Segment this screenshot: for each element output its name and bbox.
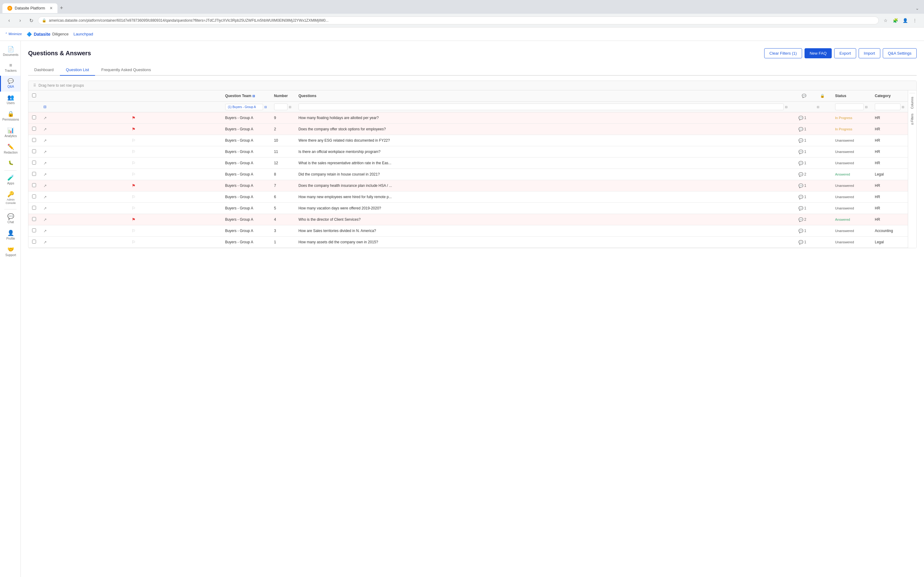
table-row: ↗ ⚐ Buyers - Group A 11 Is there an offi… [28,146,908,158]
profile-button[interactable]: 👤 [901,16,909,25]
bookmark-button[interactable]: ☆ [881,16,890,25]
sidebar-item-users[interactable]: 👥 Users [0,92,21,108]
external-link-icon[interactable]: ↗ [44,161,47,166]
sidebar-item-more[interactable]: 🐛 [0,158,21,169]
status-filter-icon[interactable]: ⊟ [865,105,867,109]
sidebar-item-redaction[interactable]: ✏️ Redaction [0,141,21,158]
sidebar-item-permissions[interactable]: 🔒 Permissions [0,108,21,124]
flag-icon[interactable]: ⚐ [132,240,136,245]
row-number: 8 [270,169,295,180]
row-checkbox-8[interactable] [32,206,36,210]
launchpad-link[interactable]: Launchpad [73,32,93,36]
minimize-button[interactable]: ⌃ Minimize [5,32,22,36]
external-link-icon[interactable]: ↗ [44,127,47,132]
lock-filter-icon[interactable]: ⊟ [817,105,819,109]
filters-panel-button[interactable]: ⊟ Filters [909,112,915,126]
tab-close-button[interactable]: × [50,6,53,11]
flag-icon[interactable]: ⚐ [132,138,136,143]
number-filter-icon[interactable]: ⊟ [289,105,291,109]
questions-filter-icon[interactable]: ⊟ [785,105,787,109]
row-link-cell: ↗ [40,180,128,192]
flag-icon[interactable]: ⚐ [132,172,136,177]
tab-question-list[interactable]: Question List [60,64,95,76]
flag-icon[interactable]: ⚐ [132,149,136,154]
extensions-button[interactable]: 🧩 [891,16,900,25]
row-checkbox-0[interactable] [32,115,36,119]
team-filter-icon[interactable]: ⊟ [252,94,255,98]
external-link-icon[interactable]: ↗ [44,116,47,120]
flag-icon[interactable]: ⚐ [132,195,136,199]
sidebar-item-qanda[interactable]: 💬 Q&A [0,76,21,92]
flag-icon[interactable]: ⚑ [132,127,136,132]
redaction-label: Redaction [4,151,18,155]
flag-icon[interactable]: ⚑ [132,183,136,188]
external-link-icon[interactable]: ↗ [44,172,47,177]
sidebar-item-trackers[interactable]: ≡ Trackers [0,60,21,76]
qa-settings-button[interactable]: Q&A Settings [883,48,917,58]
flag-icon[interactable]: ⚐ [132,161,136,166]
row-category: HR [871,124,908,135]
sidebar-item-chat[interactable]: 💬 Chat [0,211,21,227]
sidebar-item-analytics[interactable]: 📊 Analytics [0,124,21,141]
tab-dropdown[interactable]: ⌄ [913,3,922,13]
row-flag-cell: ⚐ [128,158,221,169]
address-bar[interactable]: 🔒 americas.datasite.com/platform/contain… [38,16,879,24]
tab-dashboard[interactable]: Dashboard [28,64,60,76]
back-button[interactable]: ‹ [5,16,13,25]
row-checkbox-10[interactable] [32,228,36,232]
category-filter-input[interactable] [875,103,900,110]
questions-filter-input[interactable] [299,103,784,110]
sidebar-item-support[interactable]: 🤝 Support [0,243,21,260]
new-faq-button[interactable]: New FAQ [804,48,832,58]
sidebar-item-profile[interactable]: 👤 Profile [0,227,21,243]
row-checkbox-4[interactable] [32,161,36,164]
row-checkbox-1[interactable] [32,127,36,131]
sidebar-item-documents[interactable]: 📄 Documents [0,44,21,60]
external-link-icon[interactable]: ↗ [44,218,47,222]
flag-icon[interactable]: ⚑ [132,217,136,222]
row-checkbox-9[interactable] [32,217,36,221]
external-link-icon[interactable]: ↗ [44,184,47,188]
filter-funnel-icon[interactable]: ⊟ [44,105,47,109]
external-link-icon[interactable]: ↗ [44,206,47,211]
status-badge: Answered [835,172,850,176]
row-category: HR [871,112,908,124]
external-link-icon[interactable]: ↗ [44,150,47,154]
forward-button[interactable]: › [16,16,24,25]
flag-icon[interactable]: ⚑ [132,115,136,120]
new-tab-button[interactable]: + [57,2,66,14]
menu-button[interactable]: ⋮ [911,16,919,25]
status-filter-input[interactable] [835,103,864,110]
browser-tab-active[interactable]: D Datasite Platform × [2,3,57,13]
external-link-icon[interactable]: ↗ [44,229,47,233]
row-checkbox-3[interactable] [32,149,36,153]
profile-label: Profile [6,237,15,240]
team-filter-input[interactable] [225,104,263,110]
row-checkbox-5[interactable] [32,172,36,176]
chat-count-value: 1 [804,195,806,199]
row-chat: 💬 1 [795,180,813,192]
row-checkbox-2[interactable] [32,138,36,142]
flag-icon[interactable]: ⚐ [132,206,136,211]
flag-icon[interactable]: ⚐ [132,228,136,233]
external-link-icon[interactable]: ↗ [44,240,47,245]
number-filter-input[interactable] [274,103,288,110]
sidebar-item-apps[interactable]: 🧪 Apps [0,172,21,189]
chat-count-badge: 💬 1 [798,127,809,132]
import-button[interactable]: Import [859,48,880,58]
row-checkbox-11[interactable] [32,240,36,243]
select-all-checkbox[interactable] [32,93,36,97]
clear-filters-button[interactable]: Clear Filters (1) [764,48,802,58]
tab-faq[interactable]: Frequently Asked Questions [95,64,157,76]
row-checkbox-6[interactable] [32,183,36,187]
external-link-icon[interactable]: ↗ [44,138,47,143]
external-link-icon[interactable]: ↗ [44,195,47,199]
sidebar-item-admin-console[interactable]: 🔑 Admin Console [0,189,21,208]
export-button[interactable]: Export [834,48,856,58]
reload-button[interactable]: ↻ [27,16,36,25]
drag-text: Drag here to set row groups [39,83,84,88]
columns-panel-button[interactable]: Columns [909,93,915,110]
row-checkbox-7[interactable] [32,195,36,198]
team-filter-clear-icon[interactable]: ⊟ [264,105,267,109]
category-filter-icon[interactable]: ⊟ [902,105,904,109]
